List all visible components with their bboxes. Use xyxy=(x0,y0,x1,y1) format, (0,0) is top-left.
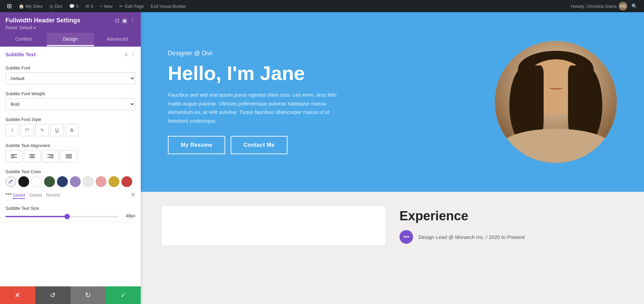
hero-subtitle: Designer @ Divi xyxy=(168,50,358,57)
subtitle-font-style-label: Subtitle Font Style xyxy=(5,117,135,122)
collapse-icon[interactable]: ⊡ xyxy=(115,17,119,24)
align-right-button[interactable] xyxy=(42,150,59,162)
experience-item: ••• Design Lead @ Monarch Inc. / 2020 to… xyxy=(399,230,624,244)
search-icon[interactable]: 🔍 xyxy=(629,2,640,10)
portrait-shoulders xyxy=(501,129,611,163)
experience-text: Design Lead @ Monarch Inc. / 2020 to Pre… xyxy=(418,234,525,240)
new-button[interactable]: + New xyxy=(97,2,115,10)
section-title: Subtitle Text xyxy=(5,52,36,57)
experience-title: Experience xyxy=(399,209,624,223)
edit-page-button[interactable]: ✏ Edit Page xyxy=(117,2,147,10)
alignment-buttons xyxy=(5,150,135,162)
color-swatch-black[interactable] xyxy=(18,176,29,187)
hero-text-block: Designer @ Divi Hello, I'm Jane Faucibus… xyxy=(168,50,358,155)
color-swatch-darkblue[interactable] xyxy=(57,176,68,187)
lower-section: Experience ••• Design Lead @ Monarch Inc… xyxy=(141,192,644,260)
redo-button[interactable]: ↻ xyxy=(71,286,106,304)
size-value: 48px xyxy=(122,213,135,218)
color-swatch-gold[interactable] xyxy=(109,176,119,187)
subtitle-font-weight-field: Subtitle Font Weight Bold xyxy=(0,88,141,114)
hero-section: Designer @ Divi Hello, I'm Jane Faucibus… xyxy=(141,12,644,192)
align-justify-button[interactable] xyxy=(60,150,77,162)
panel-bottom-buttons: ✕ ↺ ↻ ✓ xyxy=(0,286,141,304)
save-button[interactable]: ✓ xyxy=(105,286,141,304)
hero-title: Hello, I'm Jane xyxy=(168,62,358,84)
comments-link2[interactable]: ✉ 0 xyxy=(83,2,96,10)
subtitle-font-weight-label: Subtitle Font Weight xyxy=(5,91,135,96)
my-resume-button[interactable]: My Resume xyxy=(168,136,225,154)
lower-right-content: Experience ••• Design Lead @ Monarch Inc… xyxy=(399,205,624,246)
my-sites-menu[interactable]: 🏠 My Sites xyxy=(16,2,45,10)
cancel-button[interactable]: ✕ xyxy=(0,286,35,304)
color-swatch-lavender[interactable] xyxy=(70,176,81,187)
panel-tabs: Content Design Advanced xyxy=(0,33,141,47)
uppercase-button[interactable]: TT xyxy=(20,124,34,136)
portrait-bg xyxy=(495,41,617,163)
size-slider[interactable] xyxy=(5,216,118,217)
color-swatch-red[interactable] xyxy=(121,176,132,187)
lower-left-card xyxy=(161,205,386,246)
tab-design[interactable]: Design xyxy=(47,33,94,46)
color-tab-saved[interactable]: Saved xyxy=(13,192,25,199)
subtitle-alignment-field: Subtitle Text Alignment xyxy=(0,140,141,166)
more-colors-icon[interactable]: ••• xyxy=(5,191,12,198)
align-left-button[interactable] xyxy=(5,150,22,162)
panel-header: Fullwidth Header Settings ⊡ ▣ ⋮ Preset: … xyxy=(0,12,141,33)
subtitle-color-field: Subtitle Text Color xyxy=(0,166,141,202)
preset-selector[interactable]: Preset: Default ▾ xyxy=(5,25,135,30)
subtitle-font-weight-select[interactable]: Bold xyxy=(5,98,135,110)
font-style-buttons: I TT Tt U S xyxy=(5,124,135,136)
color-swatch-lightgray[interactable] xyxy=(83,176,94,187)
experience-dot[interactable]: ••• xyxy=(399,230,413,244)
italic-button[interactable]: I xyxy=(5,124,19,136)
portrait-smile xyxy=(548,85,563,89)
avatar: CG xyxy=(619,2,627,11)
subtitle-font-label: Subtitle Font xyxy=(5,65,135,70)
subtitle-size-label: Subtitle Text Size xyxy=(5,206,135,211)
subtitle-text-section: Subtitle Text ∧ ⋮ Subtitle Font Default … xyxy=(0,47,141,222)
color-tab-recent[interactable]: Recent xyxy=(46,192,60,199)
howdy-text: Howdy, Christina Gwira CG xyxy=(571,2,627,11)
color-tabs: Saved Global Recent xyxy=(12,192,60,199)
preview-area: Designer @ Divi Hello, I'm Jane Faucibus… xyxy=(141,12,644,304)
color-swatch-pink[interactable] xyxy=(96,176,106,187)
hero-buttons: My Resume Contact Me xyxy=(168,136,358,154)
color-tab-global[interactable]: Global xyxy=(29,192,42,199)
strikethrough-button[interactable]: S xyxy=(65,124,79,136)
tab-advanced[interactable]: Advanced xyxy=(94,33,141,46)
layout-icon[interactable]: ▣ xyxy=(122,17,127,24)
subtitle-font-select[interactable]: Default xyxy=(5,73,135,84)
panel-content: Subtitle Text ∧ ⋮ Subtitle Font Default … xyxy=(0,47,141,286)
panel-title: Fullwidth Header Settings xyxy=(5,17,80,24)
more-options-icon[interactable]: ⋮ xyxy=(130,17,135,24)
color-swatch-darkgreen[interactable] xyxy=(44,176,55,187)
wp-logo[interactable]: ⊞ xyxy=(4,1,15,11)
size-row: 48px xyxy=(5,213,135,218)
section-more-icon[interactable]: ⋮ xyxy=(131,52,135,57)
comments-link[interactable]: 💬 5 xyxy=(66,2,81,10)
experience-dot-icon: ••• xyxy=(404,234,409,240)
section-header[interactable]: Subtitle Text ∧ ⋮ xyxy=(0,47,141,62)
eyedropper-button[interactable] xyxy=(5,176,16,187)
color-swatch-white[interactable] xyxy=(31,176,42,187)
subtitle-font-field: Subtitle Font Default xyxy=(0,62,141,88)
section-collapse-icon[interactable]: ∧ xyxy=(124,52,128,57)
undo-button[interactable]: ↺ xyxy=(35,286,71,304)
admin-bar: ⊞ 🏠 My Sites ◎ Divi 💬 5 ✉ 0 + New ✏ Edit… xyxy=(0,0,644,12)
underline-button[interactable]: U xyxy=(50,124,64,136)
subtitle-size-field: Subtitle Text Size 48px xyxy=(0,202,141,222)
exit-visual-builder-button[interactable]: Exit Visual Builder xyxy=(148,2,189,10)
hero-portrait-image xyxy=(495,41,617,163)
align-center-button[interactable] xyxy=(24,150,41,162)
subtitle-alignment-label: Subtitle Text Alignment xyxy=(5,143,135,148)
settings-panel: Fullwidth Header Settings ⊡ ▣ ⋮ Preset: … xyxy=(0,12,141,304)
tab-content[interactable]: Content xyxy=(0,33,47,46)
color-settings-icon[interactable]: ⚙ xyxy=(131,192,135,197)
divi-menu[interactable]: ◎ Divi xyxy=(47,2,65,10)
subtitle-color-label: Subtitle Text Color xyxy=(5,169,135,174)
capitalize-button[interactable]: Tt xyxy=(35,124,49,136)
subtitle-font-style-field: Subtitle Font Style I TT Tt U S xyxy=(0,114,141,140)
contact-me-button[interactable]: Contact Me xyxy=(231,136,287,154)
hero-body: Faucibus sed sed erat ipsum purus egesta… xyxy=(168,90,337,125)
color-swatches-row xyxy=(5,176,135,187)
